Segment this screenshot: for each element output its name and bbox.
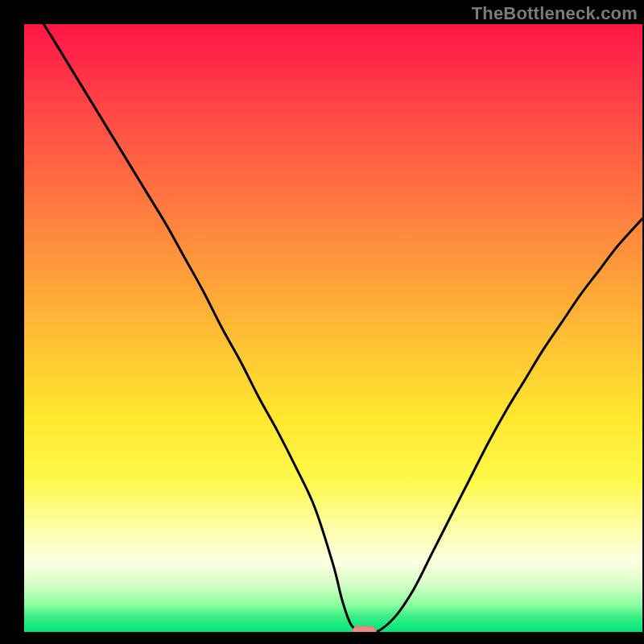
plot-area (24, 24, 642, 632)
attribution-label: TheBottleneck.com (472, 3, 638, 24)
bottleneck-chart (0, 0, 644, 644)
chart-frame: { "attribution": "TheBottleneck.com", "c… (0, 0, 644, 644)
